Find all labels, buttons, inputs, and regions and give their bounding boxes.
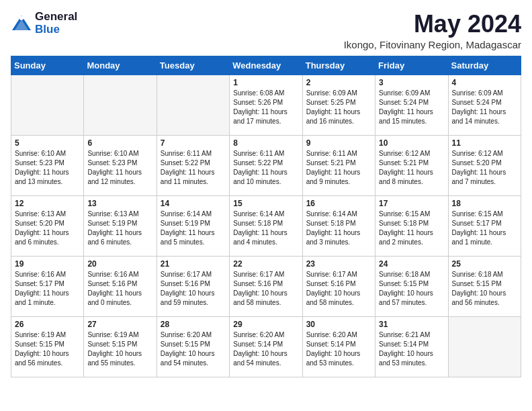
- day-number: 4: [452, 78, 517, 87]
- day-info: Sunrise: 6:10 AM Sunset: 5:23 PM Dayligh…: [15, 149, 80, 187]
- day-number: 8: [233, 138, 298, 148]
- day-info: Sunrise: 6:18 AM Sunset: 5:15 PM Dayligh…: [379, 270, 444, 308]
- day-info: Sunrise: 6:11 AM Sunset: 5:22 PM Dayligh…: [161, 149, 226, 187]
- calendar-cell: 6Sunrise: 6:10 AM Sunset: 5:23 PM Daylig…: [84, 135, 157, 195]
- day-number: 19: [15, 259, 80, 269]
- calendar-week-2: 5Sunrise: 6:10 AM Sunset: 5:23 PM Daylig…: [11, 135, 521, 195]
- day-number: 25: [452, 259, 517, 269]
- day-number: 1: [233, 78, 298, 87]
- calendar-cell: 2Sunrise: 6:09 AM Sunset: 5:25 PM Daylig…: [302, 75, 375, 135]
- day-number: 9: [306, 138, 371, 148]
- calendar-cell: 17Sunrise: 6:15 AM Sunset: 5:18 PM Dayli…: [375, 195, 448, 256]
- day-info: Sunrise: 6:09 AM Sunset: 5:25 PM Dayligh…: [306, 89, 371, 126]
- day-info: Sunrise: 6:21 AM Sunset: 5:14 PM Dayligh…: [379, 330, 444, 368]
- weekday-header-row: SundayMondayTuesdayWednesdayThursdayFrid…: [11, 56, 521, 75]
- calendar-week-4: 19Sunrise: 6:16 AM Sunset: 5:17 PM Dayli…: [11, 256, 521, 316]
- day-number: 29: [233, 320, 298, 329]
- calendar-cell: 24Sunrise: 6:18 AM Sunset: 5:15 PM Dayli…: [375, 256, 448, 316]
- day-info: Sunrise: 6:09 AM Sunset: 5:24 PM Dayligh…: [452, 89, 517, 126]
- title-area: May 2024 Ikongo, Fitovinany Region, Mada…: [344, 11, 521, 50]
- day-number: 30: [306, 320, 371, 329]
- day-number: 11: [452, 138, 517, 148]
- day-number: 3: [379, 78, 444, 87]
- calendar-cell: [157, 75, 229, 135]
- logo-icon: [11, 14, 32, 33]
- calendar-cell: 7Sunrise: 6:11 AM Sunset: 5:22 PM Daylig…: [157, 135, 229, 195]
- calendar-cell: 31Sunrise: 6:21 AM Sunset: 5:14 PM Dayli…: [375, 316, 448, 377]
- day-info: Sunrise: 6:09 AM Sunset: 5:24 PM Dayligh…: [379, 89, 444, 126]
- day-number: 20: [87, 259, 152, 269]
- calendar-cell: 20Sunrise: 6:16 AM Sunset: 5:16 PM Dayli…: [84, 256, 157, 316]
- calendar-table: SundayMondayTuesdayWednesdayThursdayFrid…: [11, 56, 521, 377]
- day-number: 5: [15, 138, 80, 148]
- day-number: 6: [87, 138, 152, 148]
- day-info: Sunrise: 6:16 AM Sunset: 5:17 PM Dayligh…: [15, 270, 80, 308]
- calendar-cell: 9Sunrise: 6:11 AM Sunset: 5:21 PM Daylig…: [302, 135, 375, 195]
- day-number: 10: [379, 138, 444, 148]
- logo: General Blue: [11, 11, 77, 36]
- day-info: Sunrise: 6:08 AM Sunset: 5:26 PM Dayligh…: [233, 89, 298, 126]
- day-info: Sunrise: 6:15 AM Sunset: 5:18 PM Dayligh…: [379, 210, 444, 247]
- calendar-cell: 16Sunrise: 6:14 AM Sunset: 5:18 PM Dayli…: [302, 195, 375, 256]
- day-number: 18: [452, 199, 517, 208]
- month-title: May 2024: [344, 11, 521, 38]
- day-info: Sunrise: 6:16 AM Sunset: 5:16 PM Dayligh…: [87, 270, 152, 308]
- day-number: 17: [379, 199, 444, 208]
- day-info: Sunrise: 6:20 AM Sunset: 5:15 PM Dayligh…: [161, 330, 226, 368]
- weekday-header-monday: Monday: [84, 56, 157, 75]
- calendar-cell: 28Sunrise: 6:20 AM Sunset: 5:15 PM Dayli…: [157, 316, 229, 377]
- day-number: 2: [306, 78, 371, 87]
- weekday-header-tuesday: Tuesday: [157, 56, 229, 75]
- calendar-cell: 22Sunrise: 6:17 AM Sunset: 5:16 PM Dayli…: [230, 256, 302, 316]
- day-info: Sunrise: 6:15 AM Sunset: 5:17 PM Dayligh…: [452, 210, 517, 247]
- day-info: Sunrise: 6:20 AM Sunset: 5:14 PM Dayligh…: [233, 330, 298, 368]
- day-number: 26: [15, 320, 80, 329]
- calendar-cell: [448, 316, 521, 377]
- calendar-cell: 11Sunrise: 6:12 AM Sunset: 5:20 PM Dayli…: [448, 135, 521, 195]
- calendar-cell: 5Sunrise: 6:10 AM Sunset: 5:23 PM Daylig…: [11, 135, 84, 195]
- calendar-week-3: 12Sunrise: 6:13 AM Sunset: 5:20 PM Dayli…: [11, 195, 521, 256]
- day-info: Sunrise: 6:19 AM Sunset: 5:15 PM Dayligh…: [15, 330, 80, 368]
- day-number: 21: [161, 259, 226, 269]
- day-number: 16: [306, 199, 371, 208]
- weekday-header-friday: Friday: [375, 56, 448, 75]
- weekday-header-wednesday: Wednesday: [230, 56, 302, 75]
- calendar-week-5: 26Sunrise: 6:19 AM Sunset: 5:15 PM Dayli…: [11, 316, 521, 377]
- calendar-cell: 29Sunrise: 6:20 AM Sunset: 5:14 PM Dayli…: [230, 316, 302, 377]
- day-number: 14: [161, 199, 226, 208]
- weekday-header-saturday: Saturday: [448, 56, 521, 75]
- calendar-cell: 15Sunrise: 6:14 AM Sunset: 5:18 PM Dayli…: [230, 195, 302, 256]
- calendar-cell: 1Sunrise: 6:08 AM Sunset: 5:26 PM Daylig…: [230, 75, 302, 135]
- calendar-cell: 13Sunrise: 6:13 AM Sunset: 5:19 PM Dayli…: [84, 195, 157, 256]
- day-info: Sunrise: 6:11 AM Sunset: 5:22 PM Dayligh…: [233, 149, 298, 187]
- calendar-cell: 14Sunrise: 6:14 AM Sunset: 5:19 PM Dayli…: [157, 195, 229, 256]
- calendar-cell: 10Sunrise: 6:12 AM Sunset: 5:21 PM Dayli…: [375, 135, 448, 195]
- calendar-cell: 18Sunrise: 6:15 AM Sunset: 5:17 PM Dayli…: [448, 195, 521, 256]
- calendar-cell: 26Sunrise: 6:19 AM Sunset: 5:15 PM Dayli…: [11, 316, 84, 377]
- calendar-cell: 4Sunrise: 6:09 AM Sunset: 5:24 PM Daylig…: [448, 75, 521, 135]
- day-info: Sunrise: 6:10 AM Sunset: 5:23 PM Dayligh…: [87, 149, 152, 187]
- day-info: Sunrise: 6:11 AM Sunset: 5:21 PM Dayligh…: [306, 149, 371, 187]
- day-info: Sunrise: 6:19 AM Sunset: 5:15 PM Dayligh…: [87, 330, 152, 368]
- logo-blue: Blue: [35, 24, 77, 36]
- day-number: 22: [233, 259, 298, 269]
- weekday-header-thursday: Thursday: [302, 56, 375, 75]
- calendar-cell: 23Sunrise: 6:17 AM Sunset: 5:16 PM Dayli…: [302, 256, 375, 316]
- calendar-cell: 12Sunrise: 6:13 AM Sunset: 5:20 PM Dayli…: [11, 195, 84, 256]
- calendar-week-1: 1Sunrise: 6:08 AM Sunset: 5:26 PM Daylig…: [11, 75, 521, 135]
- calendar-cell: 21Sunrise: 6:17 AM Sunset: 5:16 PM Dayli…: [157, 256, 229, 316]
- calendar-cell: 30Sunrise: 6:20 AM Sunset: 5:14 PM Dayli…: [302, 316, 375, 377]
- day-info: Sunrise: 6:17 AM Sunset: 5:16 PM Dayligh…: [306, 270, 371, 308]
- day-number: 13: [87, 199, 152, 208]
- calendar-cell: 25Sunrise: 6:18 AM Sunset: 5:15 PM Dayli…: [448, 256, 521, 316]
- page-header: General Blue May 2024 Ikongo, Fitovinany…: [11, 11, 521, 50]
- logo-general: General: [35, 11, 77, 24]
- weekday-header-sunday: Sunday: [11, 56, 84, 75]
- day-number: 24: [379, 259, 444, 269]
- calendar-cell: 8Sunrise: 6:11 AM Sunset: 5:22 PM Daylig…: [230, 135, 302, 195]
- svg-point-2: [19, 16, 24, 20]
- day-info: Sunrise: 6:14 AM Sunset: 5:18 PM Dayligh…: [306, 210, 371, 247]
- day-number: 12: [15, 199, 80, 208]
- day-number: 28: [161, 320, 226, 329]
- day-number: 7: [161, 138, 226, 148]
